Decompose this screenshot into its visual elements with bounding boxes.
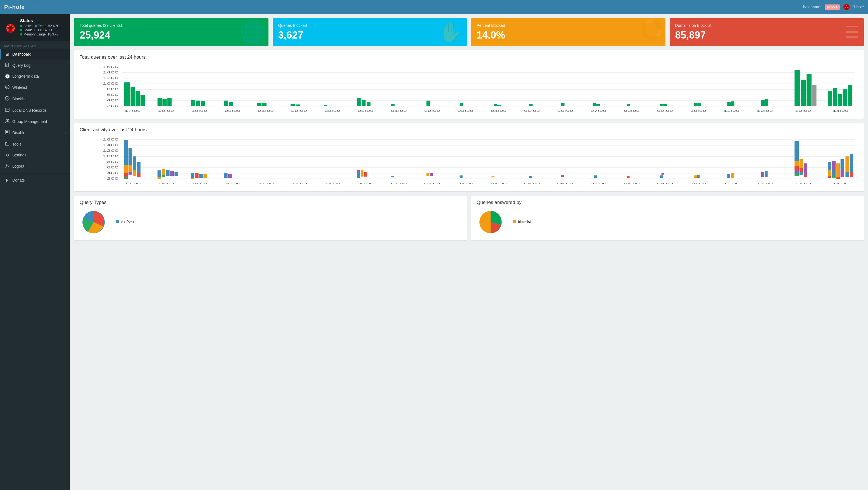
svg-text:400: 400: [107, 172, 119, 175]
menu-toggle-button[interactable]: ≡: [30, 3, 39, 11]
sidebar-item-local-dns[interactable]: Local DNS Records: [0, 104, 70, 116]
chart2-svg: 1600 1400 1200 1000 800 600 400 200: [80, 137, 858, 187]
sidebar-item-query-log[interactable]: Query Log: [0, 60, 70, 71]
svg-text:17:00: 17:00: [125, 182, 141, 185]
temp-label: Temp: 52.6 °C: [38, 24, 60, 28]
svg-rect-74: [593, 103, 596, 106]
navbar: Pi-hole ≡ hostname: pi.hole Pi-hole: [0, 0, 868, 14]
svg-point-10: [7, 25, 9, 27]
svg-rect-185: [800, 172, 803, 175]
svg-rect-188: [828, 162, 831, 171]
sidebar-item-label: Group Management: [12, 119, 47, 124]
svg-text:1400: 1400: [103, 144, 119, 147]
svg-rect-81: [727, 102, 731, 106]
hostname-value: pi.hole: [825, 4, 840, 10]
svg-rect-184: [800, 167, 803, 172]
total-queries-chart-panel: Total queries over last 24 hours 1600 14…: [74, 50, 864, 119]
svg-text:11:00: 11:00: [723, 110, 740, 112]
svg-rect-156: [228, 174, 232, 178]
ban-icon: [5, 96, 9, 100]
query-types-content: A (IPv4): [80, 208, 461, 236]
svg-rect-79: [694, 103, 698, 106]
svg-line-20: [6, 97, 9, 100]
svg-rect-61: [290, 104, 295, 106]
svg-text:1200: 1200: [103, 76, 119, 80]
svg-rect-78: [663, 104, 667, 106]
svg-text:01:00: 01:00: [391, 182, 407, 185]
legend-label: A (IPv4): [121, 220, 134, 224]
svg-text:09:00: 09:00: [657, 182, 673, 185]
query-types-legend: A (IPv4): [116, 220, 134, 225]
sidebar-item-settings[interactable]: ⚙ Settings: [0, 150, 70, 160]
users-icon: [5, 119, 9, 123]
svg-rect-171: [661, 173, 664, 175]
svg-text:21:00: 21:00: [258, 182, 274, 185]
svg-text:06:00: 06:00: [557, 182, 573, 185]
pie-chart-icon: [642, 20, 661, 40]
main-content: Total queries (29 clients) 25,924 🌐 Quer…: [70, 14, 868, 490]
stat-card-domains-blocklist: Domains on Blocklist 85,897 ☰: [670, 18, 864, 46]
svg-rect-158: [357, 172, 360, 178]
svg-rect-67: [391, 104, 395, 106]
svg-point-2: [846, 5, 847, 6]
svg-text:1000: 1000: [103, 82, 119, 85]
list-icon: ☰: [844, 22, 860, 42]
svg-rect-172: [694, 176, 697, 178]
svg-point-28: [6, 164, 8, 166]
svg-rect-51: [158, 98, 162, 106]
status-info: Status Active Temp: 52.6 °C Load: 0.31 0…: [20, 18, 60, 37]
active-dot: [20, 25, 22, 27]
svg-rect-83: [761, 100, 765, 106]
svg-rect-63: [324, 105, 328, 106]
pihole-logo: Pi-hole: [843, 4, 864, 10]
sidebar-item-long-term[interactable]: 🕐 Long-term data ‹: [0, 71, 70, 82]
sidebar-logo: [4, 21, 17, 34]
sidebar-item-donate[interactable]: P Donate: [0, 175, 70, 185]
svg-rect-27: [6, 131, 8, 133]
pihole-label: Pi-hole: [851, 5, 864, 9]
svg-rect-189: [828, 171, 831, 176]
stat-card-total-queries: Total queries (29 clients) 25,924 🌐: [74, 18, 269, 46]
query-types-pie: [80, 208, 107, 236]
svg-point-6: [8, 26, 13, 31]
status-memory-row: Memory usage: 18.3 %: [20, 32, 60, 36]
svg-text:1600: 1600: [103, 65, 119, 68]
svg-text:07:00: 07:00: [591, 110, 607, 112]
sidebar-item-whitelist[interactable]: Whitelist: [0, 82, 70, 93]
svg-text:12:00: 12:00: [757, 110, 773, 112]
svg-text:18:00: 18:00: [158, 182, 174, 185]
sidebar-item-group-mgmt[interactable]: Group Management ‹: [0, 116, 70, 127]
svg-rect-21: [5, 108, 9, 112]
svg-text:06:00: 06:00: [557, 110, 573, 112]
nav-divider: [0, 173, 70, 174]
svg-text:20:00: 20:00: [225, 182, 241, 185]
svg-point-11: [12, 25, 14, 27]
svg-rect-149: [175, 172, 178, 176]
sidebar-item-label: Local DNS Records: [12, 108, 46, 113]
sidebar-item-blacklist[interactable]: Blacklist: [0, 93, 70, 104]
memory-dot: [20, 33, 22, 35]
sidebar-item-tools[interactable]: Tools ‹: [0, 138, 70, 150]
svg-rect-177: [765, 171, 768, 177]
chart1-svg: 1600 1400 1200 1000 800 600 400 200: [80, 64, 858, 115]
chart2-title: Client activity over last 24 hours: [80, 127, 858, 133]
svg-rect-49: [135, 91, 140, 106]
stat-label: Percent Blocked: [476, 23, 660, 28]
svg-text:00:00: 00:00: [358, 182, 374, 185]
svg-rect-82: [731, 101, 735, 106]
svg-point-4: [847, 7, 848, 8]
svg-rect-199: [845, 172, 849, 177]
sidebar-item-logout[interactable]: Logout: [0, 160, 70, 172]
svg-text:11:00: 11:00: [723, 182, 740, 185]
svg-rect-75: [596, 104, 600, 106]
sidebar-item-disable[interactable]: Disable ‹: [0, 127, 70, 138]
svg-rect-160: [364, 172, 367, 177]
sidebar-item-dashboard[interactable]: ⊞ Dashboard: [0, 49, 70, 60]
svg-rect-48: [130, 87, 135, 106]
check-circle-icon: [5, 85, 9, 89]
svg-rect-90: [833, 88, 837, 106]
svg-rect-60: [262, 103, 267, 106]
svg-text:13:00: 13:00: [795, 110, 811, 112]
svg-point-8: [7, 29, 9, 31]
svg-text:1600: 1600: [103, 138, 119, 141]
